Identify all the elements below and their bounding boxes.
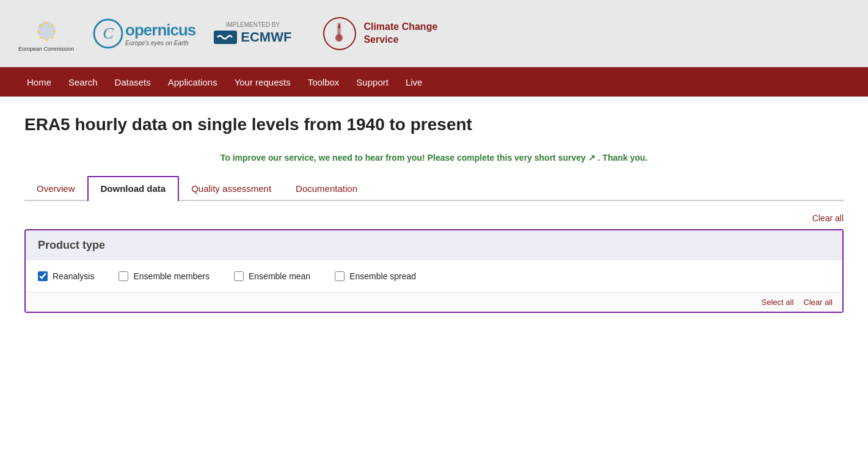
clear-all-row-top: Clear all <box>24 213 844 223</box>
svg-text:C: C <box>103 24 114 42</box>
svg-text:★: ★ <box>51 35 54 40</box>
ccs-name: Climate Change <box>363 21 437 34</box>
svg-rect-11 <box>214 31 237 44</box>
copernicus-name: opernicus <box>125 21 195 40</box>
product-type-section: Product type Reanalysis Ensemble members… <box>24 229 844 313</box>
copernicus-tagline: Europe's eyes on Earth <box>125 40 195 46</box>
nav-datasets[interactable]: Datasets <box>106 67 159 97</box>
option-ensemble-members[interactable]: Ensemble members <box>119 271 210 281</box>
checkbox-reanalysis[interactable] <box>38 271 48 281</box>
ecmwf-label: ECMWF <box>241 29 291 45</box>
survey-link[interactable]: ↗ <box>588 153 596 163</box>
implemented-by-label: IMPLEMENTED BY <box>226 21 280 28</box>
nav-support[interactable]: Support <box>348 67 397 97</box>
main-content: ERA5 hourly data on single levels from 1… <box>0 97 868 451</box>
survey-text: To improve our service, we need to hear … <box>221 153 648 163</box>
svg-text:★: ★ <box>51 23 54 28</box>
ecmwf-logo: IMPLEMENTED BY ECMWF <box>214 21 291 45</box>
product-type-footer: Select all Clear all <box>26 292 842 312</box>
nav-applications[interactable]: Applications <box>159 67 226 97</box>
main-navigation: Home Search Datasets Applications Your r… <box>0 67 868 97</box>
survey-banner: To improve our service, we need to hear … <box>24 153 844 163</box>
product-type-select-all-button[interactable]: Select all <box>762 298 794 307</box>
copernicus-logo: C opernicus Europe's eyes on Earth <box>92 18 195 50</box>
svg-text:★: ★ <box>45 21 48 25</box>
svg-point-15 <box>335 34 343 42</box>
option-ensemble-mean[interactable]: Ensemble mean <box>234 271 310 281</box>
tab-documentation[interactable]: Documentation <box>283 177 370 200</box>
option-ensemble-spread[interactable]: Ensemble spread <box>335 271 416 281</box>
product-type-clear-all-button[interactable]: Clear all <box>803 298 833 307</box>
option-reanalysis[interactable]: Reanalysis <box>38 271 94 281</box>
eu-commission-logo: ★ ★ ★ ★ ★ ★ ★ ★ European Commission <box>18 15 74 52</box>
nav-live[interactable]: Live <box>397 67 431 97</box>
clear-all-top-button[interactable]: Clear all <box>812 213 844 223</box>
checkbox-ensemble-members[interactable] <box>119 271 128 281</box>
nav-search[interactable]: Search <box>60 67 106 97</box>
product-type-options: Reanalysis Ensemble members Ensemble mea… <box>38 271 830 281</box>
checkbox-ensemble-mean[interactable] <box>234 271 244 281</box>
nav-home[interactable]: Home <box>18 67 60 97</box>
ccs-service: Service <box>363 34 437 46</box>
svg-text:★: ★ <box>36 29 40 34</box>
site-header: ★ ★ ★ ★ ★ ★ ★ ★ European Commission C op… <box>0 0 868 67</box>
ccs-logo: 🌡 Climate Change Service <box>322 16 437 51</box>
product-type-header: Product type <box>26 230 842 260</box>
svg-text:★: ★ <box>38 35 42 40</box>
nav-toolbox[interactable]: Toolbox <box>299 67 348 97</box>
svg-text:🌡: 🌡 <box>337 23 343 29</box>
tab-overview[interactable]: Overview <box>24 177 87 200</box>
nav-your-requests[interactable]: Your requests <box>226 67 299 97</box>
svg-text:★: ★ <box>45 38 48 42</box>
svg-text:★: ★ <box>53 29 56 34</box>
checkbox-ensemble-spread[interactable] <box>335 271 345 281</box>
product-type-body: Reanalysis Ensemble members Ensemble mea… <box>26 260 842 292</box>
content-tabs: Overview Download data Quality assessmen… <box>24 175 844 201</box>
eu-label: European Commission <box>18 46 74 52</box>
tab-quality-assessment[interactable]: Quality assessment <box>179 177 283 200</box>
tab-download-data[interactable]: Download data <box>87 176 180 201</box>
svg-text:★: ★ <box>38 23 42 28</box>
page-title: ERA5 hourly data on single levels from 1… <box>24 115 844 134</box>
